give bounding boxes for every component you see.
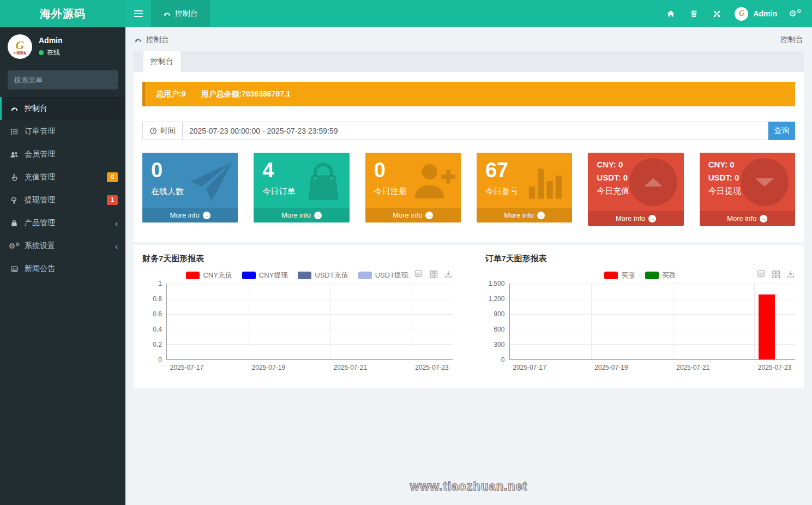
avatar: G (735, 7, 748, 21)
data-view-icon[interactable] (772, 269, 780, 279)
gauge-icon (134, 36, 142, 44)
more-info-link[interactable]: More info → (477, 208, 572, 223)
more-info-link[interactable]: More info → (365, 208, 461, 223)
sidebar-item-withdrawals[interactable]: 提现管理 1 (0, 189, 125, 212)
info-box-online-users: 0 在线人数 More info → (142, 153, 238, 223)
more-info-link[interactable]: More info → (254, 208, 349, 223)
stack-toggle-icon[interactable] (414, 269, 423, 279)
legend: 买涨 买跌 (485, 269, 796, 281)
more-info-link[interactable]: More info → (142, 208, 238, 223)
online-dot (39, 50, 44, 55)
more-info-link[interactable]: More info → (700, 211, 795, 226)
shopping-bag-icon (10, 219, 19, 227)
chart-title: 订单7天图形报表 (485, 254, 796, 264)
gauge-icon (10, 105, 19, 113)
download-icon[interactable] (444, 269, 453, 279)
user-name: Admin (753, 9, 777, 18)
info-box-today-withdrawal: CNY: 0 USDT: 0 今日提现 More info → (700, 153, 795, 226)
sidebar-item-orders[interactable]: 订单管理 (0, 120, 125, 143)
legend: CNY充值 CNY提现 USDT充值 USDT提现 (142, 269, 453, 281)
info-box-today-orders: 4 今日订单 More info → (254, 153, 349, 223)
sidebar-user-name: Admin (39, 36, 63, 45)
legend-item[interactable]: USDT提现 (358, 270, 408, 280)
nav-tab-dashboard[interactable]: 控制台 (151, 0, 210, 27)
plot-area (166, 284, 453, 360)
stats-banner: 总用户:9 用户总余额:7036386707.1 (142, 82, 795, 106)
admin-dashboard: 海外源码 控制台 (0, 0, 812, 505)
charts-panel: 财务7天图形报表 CNY充值 CNY提现 USDT充值 USDT提现 (134, 245, 804, 388)
breadcrumb-current: 控制台 (780, 35, 803, 45)
clear-cache-button[interactable] (684, 0, 703, 27)
sidebar-search (8, 70, 118, 89)
sidebar: G中国黄金 Admin 在线 控制台 (0, 27, 125, 505)
hand-down-icon (10, 196, 19, 205)
arrow-circle-right-icon: → (314, 212, 322, 219)
pnl-value: 67 (485, 160, 567, 182)
gears-icon: ⚙⚙ (789, 9, 801, 18)
search-input[interactable] (8, 70, 117, 89)
user-menu[interactable]: G Admin (730, 7, 781, 21)
legend-item[interactable]: 买跌 (645, 270, 676, 280)
brand-logo[interactable]: 海外源码 (0, 0, 125, 27)
sidebar-user-panel: G中国黄金 Admin 在线 (0, 27, 125, 66)
home-icon (666, 9, 675, 18)
breadcrumb: 控制台 控制台 (125, 27, 812, 50)
hand-up-icon (10, 173, 19, 182)
withdrawal-usdt: USDT: 0 (708, 173, 790, 182)
home-button[interactable] (661, 0, 680, 27)
search-button[interactable] (117, 70, 118, 89)
tab-dashboard[interactable]: 控制台 (143, 51, 181, 72)
hamburger-icon (134, 9, 143, 19)
watermark: www.tiaozhuan.net (410, 479, 527, 494)
time-label: 时间 (142, 122, 183, 140)
deposit-usdt: USDT: 0 (597, 173, 678, 182)
sidebar-item-news[interactable]: 新闻公告 (0, 257, 125, 280)
gears-icon: ⚙⚙ (10, 242, 19, 250)
finance-chart: 财务7天图形报表 CNY充值 CNY提现 USDT充值 USDT提现 (142, 254, 453, 375)
info-boxes: 0 在线人数 More info → 4 今日订单 (142, 153, 795, 226)
total-balance: 用户总余额:7036386707.1 (201, 89, 290, 99)
sidebar-toggle-button[interactable] (125, 0, 151, 27)
chevron-left-icon: ‹ (115, 219, 118, 228)
more-info-link[interactable]: More info → (588, 211, 683, 226)
total-users: 总用户:9 (156, 89, 185, 99)
main-content: 控制台 控制台 控制台 总用户:9 用户总余额:7036386707.1 时间 … (125, 27, 812, 505)
chevron-left-icon: ‹ (115, 242, 118, 251)
legend-item[interactable]: 买涨 (604, 270, 635, 280)
sidebar-item-dashboard[interactable]: 控制台 (0, 97, 125, 120)
top-header: 海外源码 控制台 (0, 0, 812, 27)
y-axis-labels: 1 0.8 0.6 0.4 0.2 0 (142, 284, 166, 360)
list-icon (10, 128, 19, 136)
stack-toggle-icon[interactable] (756, 269, 766, 279)
trash-icon (690, 9, 698, 18)
settings-button[interactable]: ⚙⚙ (786, 0, 804, 27)
arrow-circle-right-icon: → (537, 212, 545, 219)
legend-item[interactable]: USDT充值 (298, 270, 348, 280)
fullscreen-button[interactable] (707, 0, 726, 27)
sidebar-item-members[interactable]: 会员管理 (0, 143, 125, 166)
deposit-cny: CNY: 0 (597, 160, 678, 169)
info-box-today-deposit: CNY: 0 USDT: 0 今日充值 More info → (588, 153, 683, 226)
date-range-input[interactable]: 2025-07-23 00:00:00 - 2025-07-23 23:59:5… (183, 122, 768, 140)
sidebar-item-deposits[interactable]: 充值管理 0 (0, 166, 125, 189)
data-view-icon[interactable] (429, 269, 438, 279)
search-icon (117, 76, 118, 84)
sidebar-menu: 控制台 订单管理 会员管理 充值管理 0 (0, 97, 125, 280)
query-button[interactable]: 查询 (768, 122, 795, 140)
info-box-today-pnl: 67 今日盈亏 More info → (477, 153, 572, 223)
orders-count: 4 (262, 160, 344, 182)
avatar: G中国黄金 (8, 34, 32, 59)
arrow-circle-right-icon: → (203, 212, 210, 219)
online-count: 0 (151, 160, 232, 182)
legend-item[interactable]: CNY充值 (186, 270, 232, 280)
sidebar-item-products[interactable]: 产品管理 ‹ (0, 212, 125, 235)
newspaper-icon (10, 265, 19, 273)
arrow-circle-right-icon: → (425, 212, 433, 219)
sidebar-item-settings[interactable]: ⚙⚙ 系统设置 ‹ (0, 235, 125, 257)
online-status: 在线 (47, 48, 60, 57)
download-icon[interactable] (786, 269, 795, 279)
info-box-today-registrations: 0 今日注册 More info → (365, 153, 461, 223)
legend-item[interactable]: CNY提现 (242, 270, 288, 280)
y-axis-labels: 1,500 1,200 900 600 300 0 (485, 284, 509, 360)
x-axis-labels: 2025-07-17 2025-07-19 2025-07-21 2025-07… (509, 364, 796, 375)
